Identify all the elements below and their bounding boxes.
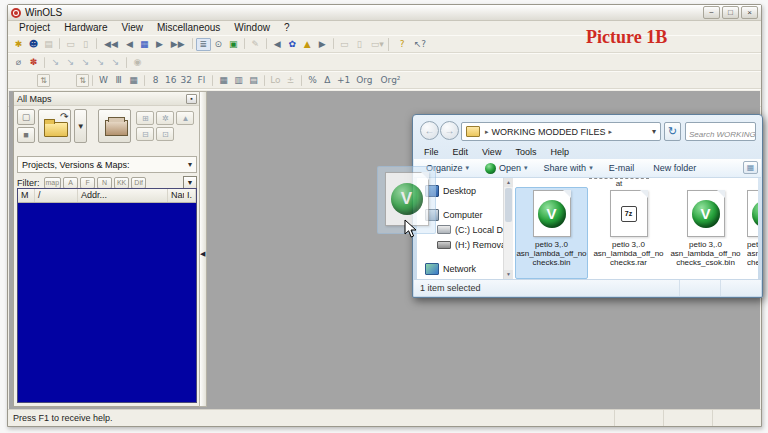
column-header[interactable]: Name [168, 189, 184, 202]
toolbar-button[interactable]: ⊙ [211, 38, 226, 51]
toolbar-button[interactable]: ▦ [137, 38, 152, 51]
command-button[interactable]: Share with ▾ [536, 163, 601, 173]
toolbar-button[interactable]: ≣ [196, 38, 211, 51]
toolbar-button[interactable]: Fl [194, 74, 209, 87]
breadcrumb[interactable]: WORKING MODDED FILES [492, 127, 606, 137]
toolbar-button[interactable]: Org² [377, 74, 405, 87]
views-button[interactable]: ▦ [743, 161, 758, 174]
toolbar-button[interactable] [126, 57, 127, 68]
command-button[interactable]: Open ▾ [477, 163, 536, 174]
file-item[interactable]: V petio 3,.0 asn_lambda_off_no checks.bi… [746, 187, 758, 279]
column-header[interactable]: I. [184, 189, 196, 202]
toolbar-button[interactable]: ✽ [26, 56, 41, 69]
stop-button[interactable]: ■ [17, 127, 35, 143]
toolbar-button[interactable]: ✱ [11, 38, 26, 51]
toolbar-button[interactable]: ⌀ [11, 56, 26, 69]
toolbar-button[interactable] [264, 75, 265, 86]
help-button[interactable]: ? [395, 38, 410, 51]
toolbar-button[interactable]: ▤ [246, 74, 261, 87]
toolbar-button[interactable]: ▭▾ [367, 38, 388, 51]
menu-item[interactable]: Project [12, 22, 57, 33]
explorer-menu-item[interactable]: Help [543, 147, 576, 157]
maps-view-combobox[interactable]: Projects, Versions & Maps: ▾ [17, 156, 197, 173]
panel-mini-button[interactable]: ▲ [176, 111, 194, 125]
maps-list-area[interactable] [18, 203, 196, 402]
toolbar-button[interactable]: ± [283, 74, 298, 87]
filter-button[interactable]: map [44, 177, 62, 189]
panel-mini-button[interactable]: ⊟ [136, 127, 154, 141]
toolbar-button[interactable] [266, 38, 267, 49]
toolbar-button[interactable] [96, 38, 97, 49]
toolbar-button[interactable]: ▯ [78, 38, 93, 51]
address-dropdown-icon[interactable]: ▾ [652, 127, 658, 136]
toolbar-button[interactable]: Ⅲ [111, 74, 126, 87]
search-box[interactable] [685, 122, 756, 141]
back-button[interactable]: ← [420, 121, 439, 140]
filter-button[interactable]: F [80, 177, 95, 189]
panel-mini-button[interactable]: ✲ [156, 111, 174, 125]
menu-item[interactable]: ? [277, 22, 297, 33]
toolbar-button[interactable] [244, 38, 245, 49]
import-box-button[interactable] [98, 109, 131, 143]
toolbar-button[interactable]: ⇅ [76, 74, 89, 87]
title-bar[interactable]: WinOLS −□× [8, 5, 761, 21]
panel-close-button[interactable]: ▪ [186, 94, 197, 104]
explorer-menu-item[interactable]: Tools [508, 147, 543, 157]
toolbar-button[interactable]: ▭ [63, 38, 78, 51]
breadcrumb-arrow-icon[interactable]: ▸ [609, 128, 613, 136]
toolbar-button[interactable]: ▶ [315, 38, 330, 51]
toolbar-button[interactable]: ↘ [78, 56, 93, 69]
toolbar-button[interactable] [144, 75, 145, 86]
explorer-menu-item[interactable]: Edit [446, 147, 476, 157]
toolbar-button[interactable]: ◀ [270, 38, 285, 51]
file-item[interactable]: V petio 3,.0 asn_lambda_off_no checks_cs… [669, 187, 742, 279]
column-header[interactable]: / [35, 189, 78, 202]
filter-button[interactable]: A [63, 177, 78, 189]
tree-scrollbar[interactable]: ▲ ▼ [503, 178, 513, 279]
toolbar-button[interactable]: +1 [335, 74, 352, 87]
toolbar-button[interactable]: ▲ [300, 38, 315, 51]
filter-button[interactable]: KK [114, 177, 129, 189]
toolbar-button[interactable] [192, 38, 193, 49]
file-item[interactable]: 7z petio 3,.0 asn_lambda_off_no checks.r… [592, 187, 665, 279]
toolbar-button[interactable]: % [305, 74, 320, 87]
menu-item[interactable]: Miscellaneous [150, 22, 227, 33]
new-map-button[interactable]: ▢ [17, 109, 35, 125]
toolbar-button[interactable]: 32 [178, 74, 193, 87]
toolbar-button[interactable]: ▤ [41, 38, 56, 51]
toolbar-button[interactable] [44, 57, 45, 68]
toolbar-button[interactable]: ▯ [352, 38, 367, 51]
toolbar-button[interactable]: ▦ [126, 74, 141, 87]
window-control-button[interactable]: − [703, 6, 720, 19]
toolbar-button[interactable]: ▶ [152, 38, 167, 51]
forward-button[interactable]: → [440, 121, 459, 140]
toolbar-button[interactable]: 16 [163, 74, 178, 87]
toolbar-button[interactable]: ⇅ [37, 74, 50, 87]
toolbar-button[interactable] [301, 75, 302, 86]
open-dropdown-button[interactable]: ▼ [74, 109, 87, 143]
toolbar-button[interactable] [333, 38, 334, 49]
window-control-button[interactable]: □ [722, 6, 739, 19]
toolbar-button[interactable]: ▥ [231, 74, 246, 87]
toolbar-button[interactable]: ↘ [93, 56, 108, 69]
address-bar[interactable]: ▸ WORKING MODDED FILES ▸ ▾ [461, 122, 661, 141]
toolbar-button[interactable] [59, 38, 60, 49]
scroll-down-icon[interactable]: ▼ [504, 270, 513, 279]
toolbar-button[interactable]: ↘ [63, 56, 78, 69]
toolbar-button[interactable] [11, 74, 37, 87]
toolbar-button[interactable]: ↘ [48, 56, 63, 69]
filter-button[interactable]: N [97, 177, 112, 189]
toolbar-button[interactable]: ▣ [226, 38, 241, 51]
column-header[interactable]: Addr... [78, 189, 168, 202]
tree-item[interactable]: Network [417, 261, 503, 276]
panel-mini-button[interactable]: ⊞ [136, 111, 154, 125]
toolbar-button[interactable]: ◉ [130, 56, 145, 69]
command-button[interactable]: E-mail [601, 163, 646, 173]
toolbar-button[interactable]: ↘ [108, 56, 123, 69]
panel-splitter[interactable]: ◀ [199, 91, 207, 407]
menu-item[interactable]: View [114, 22, 150, 33]
scroll-up-icon[interactable]: ▲ [504, 178, 513, 187]
toolbar-button[interactable]: Lo [268, 74, 283, 87]
toolbar-button[interactable]: ◀ [122, 38, 137, 51]
toolbar-button[interactable] [92, 75, 93, 86]
